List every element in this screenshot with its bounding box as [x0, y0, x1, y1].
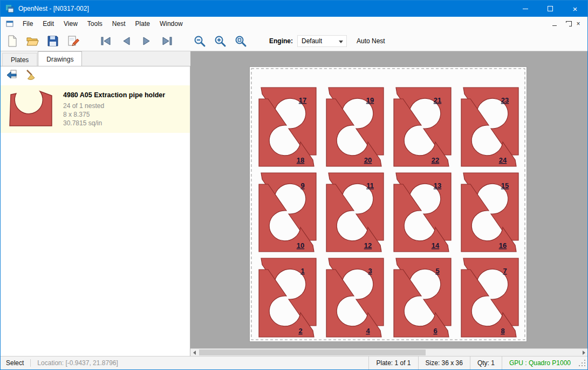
part-number: 8 — [501, 327, 504, 335]
menu-view[interactable]: View — [59, 17, 83, 30]
nest-canvas[interactable]: 171819202122232491011121314151612345678 — [190, 51, 587, 356]
nest-pair-19-20[interactable]: 1920 — [326, 88, 384, 166]
nest-pair-1-2[interactable]: 12 — [259, 258, 316, 337]
nav-previous-icon — [119, 35, 133, 47]
part-number: 21 — [434, 96, 441, 104]
nest-pair-11-12[interactable]: 1112 — [326, 173, 384, 252]
app-icon — [5, 4, 14, 13]
main-toolbar: Engine: Default Auto Nest — [1, 31, 587, 51]
menu-file[interactable]: File — [18, 17, 38, 30]
zoom-fit-button[interactable] — [231, 33, 250, 49]
tab-drawings[interactable]: Drawings — [38, 51, 82, 66]
plate-sheet[interactable]: 171819202122232491011121314151612345678 — [249, 66, 527, 342]
part-number: 6 — [433, 327, 437, 335]
engine-select[interactable]: Default — [297, 35, 347, 47]
part-number: 15 — [501, 181, 509, 190]
broom-icon — [24, 69, 37, 82]
status-plate: Plate: 1 of 1 — [368, 356, 418, 369]
scroll-right-icon — [583, 351, 585, 355]
nav-first-button[interactable] — [97, 33, 115, 49]
resize-grip[interactable] — [578, 359, 586, 367]
new-file-button[interactable] — [3, 33, 21, 49]
status-size: Size: 36 x 36 — [418, 356, 470, 369]
open-button[interactable] — [23, 33, 42, 49]
send-to-plate-arrow-icon — [5, 69, 18, 82]
clean-button[interactable] — [22, 68, 39, 83]
part-number: 4 — [366, 327, 370, 335]
minimize-icon — [523, 9, 528, 9]
drawing-area: 30.7815 sq/in — [63, 119, 165, 127]
zoom-in-button[interactable] — [211, 33, 229, 49]
scrollbar-thumb[interactable] — [199, 349, 426, 355]
nest-pair-15-16[interactable]: 1516 — [461, 173, 518, 252]
drawing-item-text: 4980 A05 Extraction pipe holder 24 of 1 … — [63, 91, 165, 127]
nav-previous-button[interactable] — [117, 33, 135, 49]
auto-nest-label[interactable]: Auto Nest — [357, 37, 385, 45]
part-number: 17 — [299, 96, 306, 104]
nav-last-icon — [160, 35, 174, 47]
part-thumbnail — [5, 88, 57, 131]
part-number: 11 — [366, 181, 374, 190]
part-number: 7 — [503, 267, 507, 275]
scroll-right-button[interactable] — [580, 349, 587, 356]
zoom-in-icon — [214, 35, 227, 48]
part-number: 22 — [432, 156, 439, 164]
nav-first-icon — [99, 35, 113, 47]
zoom-out-button[interactable] — [190, 33, 209, 49]
part-number: 9 — [300, 181, 304, 190]
nav-last-button[interactable] — [158, 33, 176, 49]
window-title: OpenNest - [N0317-002] — [18, 5, 89, 12]
part-number: 10 — [297, 241, 304, 250]
engine-label: Engine: — [269, 37, 293, 45]
part-number: 16 — [499, 241, 507, 250]
save-button[interactable] — [44, 33, 62, 49]
menu-window[interactable]: Window — [155, 17, 188, 30]
maximize-icon — [548, 6, 553, 11]
zoom-out-icon — [193, 35, 206, 48]
left-tabstrip: Plates Drawings — [1, 51, 190, 66]
mdi-restore-icon — [564, 23, 569, 27]
part-number: 2 — [298, 327, 302, 335]
save-edit-button[interactable] — [64, 33, 83, 49]
drawing-title: 4980 A05 Extraction pipe holder — [63, 91, 165, 99]
nest-pair-23-24[interactable]: 2324 — [461, 88, 518, 166]
nav-next-button[interactable] — [138, 33, 156, 49]
mdi-window-controls: × — [549, 18, 584, 29]
save-icon — [46, 35, 59, 48]
mdi-restore-button[interactable] — [560, 18, 572, 29]
menu-tools[interactable]: Tools — [83, 17, 107, 30]
part-number: 18 — [297, 156, 304, 164]
zoom-fit-icon — [234, 35, 247, 48]
send-to-plate-button[interactable] — [3, 68, 20, 83]
scroll-left-button[interactable] — [190, 349, 198, 356]
part-number: 1 — [300, 267, 304, 275]
mdi-close-button[interactable]: × — [572, 18, 584, 29]
mdi-minimize-icon — [552, 25, 557, 26]
nest-pair-7-8[interactable]: 78 — [461, 258, 518, 337]
chevron-down-icon — [339, 41, 343, 43]
menu-nest[interactable]: Nest — [107, 17, 131, 30]
minimize-button[interactable] — [513, 1, 538, 17]
close-icon: × — [573, 4, 578, 14]
engine-value: Default — [302, 37, 322, 45]
part-number: 5 — [435, 267, 439, 275]
nest-pair-21-22[interactable]: 2122 — [394, 88, 451, 166]
app-window: OpenNest - [N0317-002] × File Edit View … — [0, 0, 588, 370]
scroll-left-icon — [193, 351, 196, 355]
maximize-button[interactable] — [538, 1, 563, 17]
nest-pair-5-6[interactable]: 56 — [394, 258, 451, 337]
status-mode: Select — [1, 359, 30, 367]
nest-pair-9-10[interactable]: 910 — [259, 173, 316, 252]
nest-pair-3-4[interactable]: 34 — [326, 258, 384, 337]
nest-pair-17-18[interactable]: 1718 — [259, 88, 316, 166]
open-folder-icon — [25, 35, 39, 48]
drawing-list-item[interactable]: 4980 A05 Extraction pipe holder 24 of 1 … — [1, 85, 190, 133]
tab-plates[interactable]: Plates — [2, 53, 37, 66]
status-qty: Qty: 1 — [470, 356, 502, 369]
mdi-minimize-button[interactable] — [549, 18, 560, 29]
menu-edit[interactable]: Edit — [38, 17, 59, 30]
horizontal-scrollbar[interactable] — [190, 348, 587, 356]
close-button[interactable]: × — [563, 1, 587, 17]
menu-plate[interactable]: Plate — [131, 17, 155, 30]
nest-pair-13-14[interactable]: 1314 — [394, 173, 451, 252]
